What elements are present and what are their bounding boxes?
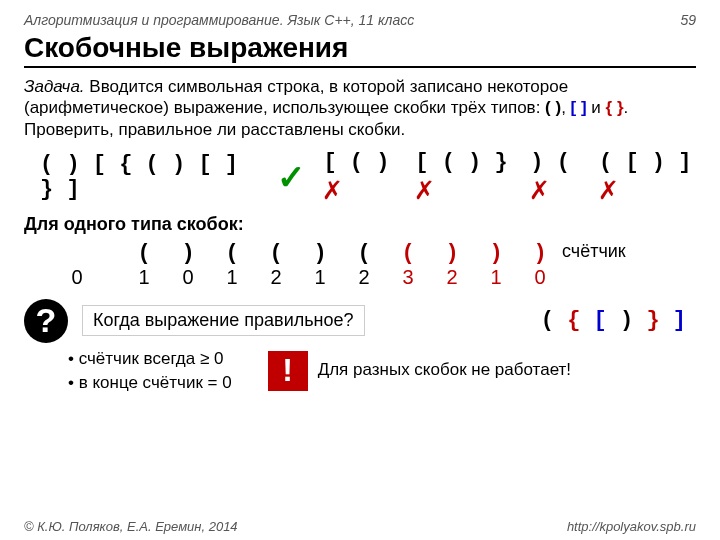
warning-text: Для разных скобок не работает! (318, 360, 571, 380)
warning-box: ! Для разных скобок не работает! (268, 347, 571, 395)
examples-row: ( ) [ { ( ) [ ] } ] ✓ [ ( )✗ [ ( ) }✗ ) … (40, 150, 696, 204)
extra-expr: ( { [ ) } ] (541, 308, 686, 333)
cross-icon: ✗ (415, 170, 434, 208)
question-icon: ? (24, 299, 68, 343)
cross-icon: ✗ (530, 170, 549, 208)
task-text: Задача. Вводится символьная строка, в ко… (24, 76, 696, 140)
slide-footer: © К.Ю. Поляков, Е.А. Еремин, 2014 http:/… (24, 519, 696, 534)
counter-label: счётчик (562, 241, 606, 266)
copyright: © К.Ю. Поляков, Е.А. Еремин, 2014 (24, 519, 238, 534)
counter-table: ( ) ( ( ) ( ( ) ) ) счётчик 0 1 0 1 2 1 … (32, 241, 696, 289)
bullet-2: • в конце счётчик = 0 (68, 371, 232, 395)
question-row: ? Когда выражение правильное? ( { [ ) } … (24, 299, 696, 343)
task-lead: Задача. (24, 77, 85, 96)
question-text: Когда выражение правильное? (82, 305, 365, 336)
bullets: • счётчик всегда ≥ 0 • в конце счётчик =… (68, 347, 232, 395)
cross-icon: ✗ (323, 170, 342, 208)
bullet-1: • счётчик всегда ≥ 0 (68, 347, 232, 371)
example-bad-3: ) (✗ (530, 150, 581, 204)
header-left: Алгоритмизация и программирование. Язык … (24, 12, 414, 28)
example-bad-1: [ ( )✗ (323, 150, 397, 204)
example-ok: ( ) [ { ( ) [ ] } ] (40, 152, 259, 202)
page-number: 59 (680, 12, 696, 28)
subtitle: Для одного типа скобок: (24, 214, 696, 235)
example-bad-4: ( [ ) ]✗ (599, 150, 696, 204)
slide-title: Скобочные выражения (24, 32, 696, 68)
exclamation-icon: ! (268, 351, 308, 391)
footer-url: http://kpolyakov.spb.ru (567, 519, 696, 534)
example-bad-2: [ ( ) }✗ (415, 150, 512, 204)
cross-icon: ✗ (599, 170, 618, 208)
check-icon: ✓ (277, 157, 305, 197)
slide-header: Алгоритмизация и программирование. Язык … (24, 12, 696, 28)
